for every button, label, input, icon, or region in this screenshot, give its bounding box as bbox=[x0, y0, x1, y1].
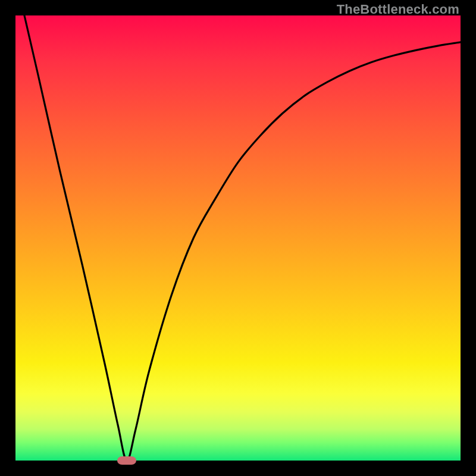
chart-frame: TheBottleneck.com bbox=[0, 0, 476, 476]
optimal-point-marker bbox=[117, 456, 136, 465]
curve-svg bbox=[15, 15, 461, 461]
bottleneck-curve-line bbox=[24, 15, 461, 461]
plot-area bbox=[15, 15, 461, 461]
